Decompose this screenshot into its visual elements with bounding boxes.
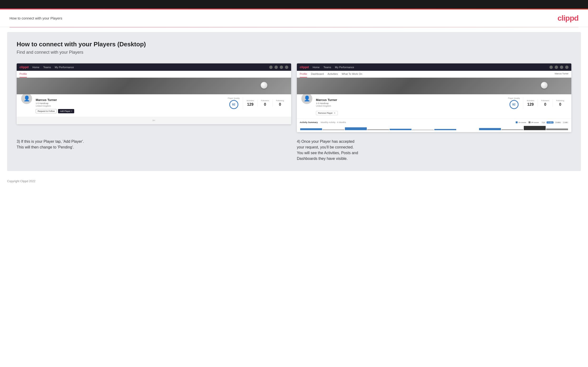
header-divider — [9, 27, 579, 27]
screenshot-left: clippd Home Teams My Performance Profile — [17, 63, 291, 132]
followers-group-left: Followers 0 — [258, 100, 273, 107]
mock-buttons-left: Request to Follow Add Player + — [36, 109, 218, 113]
activity-title-group: Activity Summary Monthly Activity · 6 Mo… — [300, 121, 346, 124]
add-player-button-left[interactable]: Add Player + — [58, 109, 74, 113]
quality-group-left: Player Quality 92 — [225, 97, 243, 109]
hero-ball-left — [261, 82, 267, 89]
mock-nav-left: clippd Home Teams My Performance — [17, 63, 291, 71]
caption-left-text: 3) If this is your Player tap, 'Add Play… — [17, 139, 291, 150]
tab-dashboard-right[interactable]: Dashboard — [311, 71, 324, 77]
following-label-left: Following — [276, 100, 284, 102]
mock-hero-left — [17, 78, 291, 94]
captions-row: 3) If this is your Player tap, 'Add Play… — [17, 139, 571, 161]
activity-subtitle: Monthly Activity · 6 Months — [321, 121, 346, 124]
settings-icon-right — [560, 66, 563, 69]
mock-logo-left: clippd — [19, 65, 28, 69]
follow-button-left[interactable]: Request to Follow — [36, 109, 57, 113]
chart-bar-3 — [345, 127, 367, 130]
remove-x-icon: ✕ — [334, 112, 336, 114]
time-btn-6mths[interactable]: 6 mths — [547, 121, 553, 124]
tab-profile-left[interactable]: Profile — [19, 71, 27, 77]
chart-bar-11 — [524, 126, 546, 130]
player-hcp-left: 1-5 Handicap — [36, 102, 218, 105]
page-footer: Copyright Clippd 2022 — [0, 176, 588, 187]
mock-tabs-right: Profile Dashboard Activities What To Wor… — [297, 71, 571, 78]
top-bar — [0, 0, 588, 8]
chart-bar-10 — [502, 129, 523, 130]
legend-off-course: Off course — [528, 121, 539, 123]
mock-hero-right — [297, 78, 571, 94]
tab-user-label-right: Marcus Turner — [555, 71, 569, 77]
mock-nav-home-left: Home — [32, 66, 39, 69]
followers-label-right: Followers — [541, 100, 549, 102]
tab-what-to-work-on-right[interactable]: What To Work On — [342, 71, 362, 77]
remove-player-button[interactable]: Remove Player ✕ — [316, 111, 338, 115]
mock-tabs-left: Profile — [17, 71, 291, 78]
time-btn-3mths[interactable]: 3 mths — [554, 121, 561, 124]
time-btn-1yr[interactable]: 1 yr — [541, 121, 546, 124]
chart-bar-6 — [412, 130, 434, 130]
activity-title: Activity Summary — [300, 121, 318, 124]
user-icon-left — [275, 66, 278, 69]
header-logo: clippd — [558, 14, 579, 23]
time-controls: On course Off course 1 yr 6 mths 3 mths … — [516, 121, 569, 124]
search-icon-left — [269, 66, 273, 69]
globe-icon-right — [565, 66, 569, 69]
chart-bar-7 — [434, 129, 456, 130]
page-title: How to connect with your Players — [9, 16, 62, 20]
chart-bar-4 — [367, 129, 389, 130]
caption-right-text: 4) Once your Player has acceptedyour req… — [297, 139, 571, 161]
activities-group-left: Activities 129 — [243, 100, 258, 107]
on-course-dot — [516, 121, 518, 123]
caption-left: 3) If this is your Player tap, 'Add Play… — [17, 139, 291, 161]
mock-nav-home-right: Home — [312, 66, 320, 69]
mock-browser-left: clippd Home Teams My Performance Profile — [17, 63, 291, 124]
quality-circle-left: 92 — [229, 100, 238, 109]
mock-nav-teams-right: Teams — [323, 66, 331, 69]
mock-profile-row-left: 👤 Marcus Turner 1-5 Handicap United King… — [20, 97, 287, 113]
mock-nav-icons-left — [269, 66, 288, 69]
remove-player-label: Remove Player — [318, 112, 333, 114]
screenshots-row: clippd Home Teams My Performance Profile — [17, 63, 571, 132]
quality-group-right: Player Quality 92 — [505, 97, 524, 109]
mock-nav-performance-right: My Performance — [335, 66, 354, 69]
mock-logo-right: clippd — [300, 65, 309, 69]
settings-icon-left — [280, 66, 283, 69]
tab-activities-right[interactable]: Activities — [328, 71, 338, 77]
activities-label-left: Activities — [246, 100, 254, 102]
globe-icon-left — [285, 66, 288, 69]
mock-profile-info-right: Marcus Turner 1-5 Handicap United Kingdo… — [316, 97, 498, 115]
section-subheading: Find and connect with your Players — [17, 50, 571, 55]
time-btn-1mth[interactable]: 1 mth — [562, 121, 569, 124]
tab-profile-right[interactable]: Profile — [300, 71, 307, 77]
section-heading: How to connect with your Players (Deskto… — [17, 41, 571, 48]
mock-profile-left: 👤 Marcus Turner 1-5 Handicap United King… — [17, 94, 291, 117]
mock-nav-icons-right — [549, 66, 569, 69]
activity-chart — [300, 125, 569, 130]
off-course-dot — [528, 121, 530, 123]
following-value-left: 0 — [276, 102, 284, 107]
following-label-right: Following — [556, 100, 564, 102]
on-course-label: On course — [518, 122, 526, 123]
player-loc-right: United Kingdom — [316, 105, 498, 107]
chart-bar-12 — [546, 128, 568, 130]
scissors-icon: ✄ — [153, 118, 155, 122]
mock-footer-left: ✄ — [17, 117, 291, 124]
mock-profile-right: 👤 Marcus Turner 1-5 Handicap United King… — [297, 94, 571, 118]
caption-right: 4) Once your Player has acceptedyour req… — [297, 139, 571, 161]
player-name-left: Marcus Turner — [36, 98, 218, 102]
screenshot-right: clippd Home Teams My Performance Profile… — [297, 63, 571, 132]
off-course-label: Off course — [531, 122, 539, 123]
followers-group-right: Followers 0 — [538, 100, 553, 107]
mock-browser-right: clippd Home Teams My Performance Profile… — [297, 63, 571, 132]
player-loc-left: United Kingdom — [36, 105, 218, 107]
user-icon-right — [555, 66, 558, 69]
followers-value-right: 0 — [541, 102, 549, 107]
following-group-left: Following 0 — [273, 100, 287, 107]
chart-bar-9 — [479, 128, 501, 130]
chart-bar-1 — [300, 128, 322, 130]
following-value-right: 0 — [556, 102, 564, 107]
chart-bar-2 — [322, 129, 345, 130]
avatar-icon-left: 👤 — [24, 95, 30, 102]
legend-on-course: On course — [516, 121, 526, 123]
